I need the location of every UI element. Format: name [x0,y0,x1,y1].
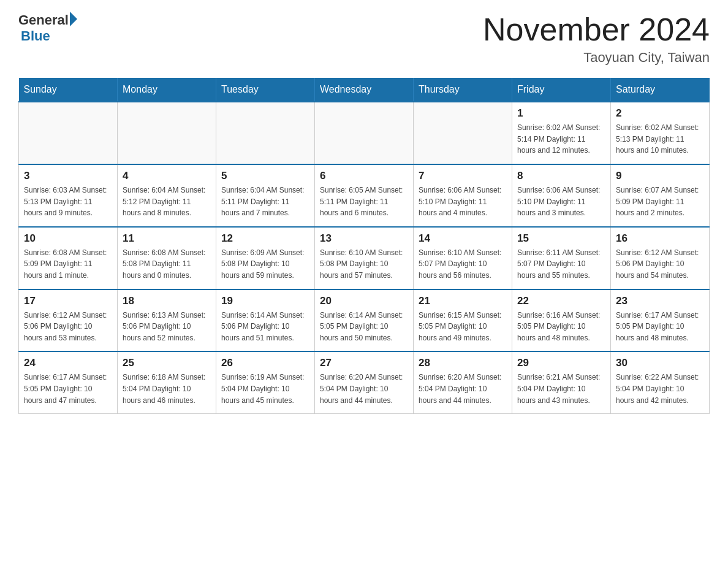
day-info: Sunrise: 6:06 AM Sunset: 5:10 PM Dayligh… [419,185,507,219]
calendar-day-cell: 9Sunrise: 6:07 AM Sunset: 5:09 PM Daylig… [611,164,710,227]
day-number: 2 [616,107,704,120]
calendar-day-cell: 10Sunrise: 6:08 AM Sunset: 5:09 PM Dayli… [19,227,118,289]
day-info: Sunrise: 6:17 AM Sunset: 5:05 PM Dayligh… [616,310,704,344]
day-info: Sunrise: 6:18 AM Sunset: 5:04 PM Dayligh… [123,372,211,406]
calendar-day-cell [315,102,414,164]
calendar-day-cell: 16Sunrise: 6:12 AM Sunset: 5:06 PM Dayli… [611,227,710,289]
day-info: Sunrise: 6:14 AM Sunset: 5:05 PM Dayligh… [320,310,408,344]
day-info: Sunrise: 6:16 AM Sunset: 5:05 PM Dayligh… [517,310,605,344]
day-number: 8 [517,170,605,182]
header: General Blue November 2024 Taoyuan City,… [18,12,710,66]
day-info: Sunrise: 6:08 AM Sunset: 5:08 PM Dayligh… [123,247,211,282]
day-number: 1 [517,107,605,120]
calendar-week-row: 10Sunrise: 6:08 AM Sunset: 5:09 PM Dayli… [19,227,710,289]
calendar-day-cell: 24Sunrise: 6:17 AM Sunset: 5:05 PM Dayli… [19,351,118,413]
calendar-week-row: 17Sunrise: 6:12 AM Sunset: 5:06 PM Dayli… [19,289,710,352]
day-info: Sunrise: 6:17 AM Sunset: 5:05 PM Dayligh… [24,372,112,406]
calendar-day-cell: 15Sunrise: 6:11 AM Sunset: 5:07 PM Dayli… [512,227,611,289]
day-info: Sunrise: 6:12 AM Sunset: 5:06 PM Dayligh… [616,247,704,282]
calendar-day-cell: 1Sunrise: 6:02 AM Sunset: 5:14 PM Daylig… [512,102,611,164]
calendar-day-cell: 11Sunrise: 6:08 AM Sunset: 5:08 PM Dayli… [118,227,216,289]
day-number: 24 [24,357,112,369]
day-info: Sunrise: 6:05 AM Sunset: 5:11 PM Dayligh… [320,185,408,219]
day-number: 4 [123,170,211,182]
day-number: 5 [221,170,309,182]
day-number: 30 [616,357,704,369]
day-number: 13 [320,232,408,245]
calendar-day-cell [19,102,118,164]
calendar-day-cell: 2Sunrise: 6:02 AM Sunset: 5:13 PM Daylig… [611,102,710,164]
weekday-header-sunday: Sunday [19,78,118,102]
calendar-day-cell [216,102,315,164]
day-number: 16 [616,232,704,245]
day-number: 28 [419,357,507,369]
weekday-header-monday: Monday [118,78,216,102]
day-number: 3 [24,170,112,182]
day-info: Sunrise: 6:14 AM Sunset: 5:06 PM Dayligh… [221,310,309,344]
calendar-day-cell: 3Sunrise: 6:03 AM Sunset: 5:13 PM Daylig… [19,164,118,227]
calendar-day-cell: 21Sunrise: 6:15 AM Sunset: 5:05 PM Dayli… [414,289,512,352]
calendar-day-cell: 5Sunrise: 6:04 AM Sunset: 5:11 PM Daylig… [216,164,315,227]
calendar-day-cell: 18Sunrise: 6:13 AM Sunset: 5:06 PM Dayli… [118,289,216,352]
day-number: 14 [419,232,507,245]
calendar-day-cell: 23Sunrise: 6:17 AM Sunset: 5:05 PM Dayli… [611,289,710,352]
calendar-day-cell: 17Sunrise: 6:12 AM Sunset: 5:06 PM Dayli… [19,289,118,352]
day-info: Sunrise: 6:13 AM Sunset: 5:06 PM Dayligh… [123,310,211,344]
day-info: Sunrise: 6:21 AM Sunset: 5:04 PM Dayligh… [517,372,605,406]
calendar-day-cell: 13Sunrise: 6:10 AM Sunset: 5:08 PM Dayli… [315,227,414,289]
calendar-day-cell: 28Sunrise: 6:20 AM Sunset: 5:04 PM Dayli… [414,351,512,413]
calendar-day-cell: 22Sunrise: 6:16 AM Sunset: 5:05 PM Dayli… [512,289,611,352]
weekday-header-friday: Friday [512,78,611,102]
calendar-day-cell: 27Sunrise: 6:20 AM Sunset: 5:04 PM Dayli… [315,351,414,413]
day-info: Sunrise: 6:08 AM Sunset: 5:09 PM Dayligh… [24,247,112,282]
day-number: 7 [419,170,507,182]
day-info: Sunrise: 6:10 AM Sunset: 5:07 PM Dayligh… [419,247,507,282]
calendar-day-cell: 12Sunrise: 6:09 AM Sunset: 5:08 PM Dayli… [216,227,315,289]
day-number: 19 [221,295,309,307]
day-number: 27 [320,357,408,369]
day-info: Sunrise: 6:20 AM Sunset: 5:04 PM Dayligh… [419,372,507,406]
day-info: Sunrise: 6:22 AM Sunset: 5:04 PM Dayligh… [616,372,704,406]
day-number: 18 [123,295,211,307]
logo: General Blue [18,12,77,44]
day-number: 29 [517,357,605,369]
day-number: 21 [419,295,507,307]
day-number: 10 [24,232,112,245]
day-number: 6 [320,170,408,182]
logo-general-text: General [18,12,69,28]
calendar-week-row: 3Sunrise: 6:03 AM Sunset: 5:13 PM Daylig… [19,164,710,227]
weekday-header-row: SundayMondayTuesdayWednesdayThursdayFrid… [19,78,710,102]
day-info: Sunrise: 6:15 AM Sunset: 5:05 PM Dayligh… [419,310,507,344]
day-number: 25 [123,357,211,369]
day-number: 9 [616,170,704,182]
weekday-header-tuesday: Tuesday [216,78,315,102]
calendar-day-cell: 26Sunrise: 6:19 AM Sunset: 5:04 PM Dayli… [216,351,315,413]
calendar-day-cell: 19Sunrise: 6:14 AM Sunset: 5:06 PM Dayli… [216,289,315,352]
calendar-week-row: 24Sunrise: 6:17 AM Sunset: 5:05 PM Dayli… [19,351,710,413]
day-info: Sunrise: 6:09 AM Sunset: 5:08 PM Dayligh… [221,247,309,282]
day-info: Sunrise: 6:03 AM Sunset: 5:13 PM Dayligh… [24,185,112,219]
calendar-week-row: 1Sunrise: 6:02 AM Sunset: 5:14 PM Daylig… [19,102,710,164]
calendar-day-cell [118,102,216,164]
month-year-title: November 2024 [483,12,710,47]
weekday-header-wednesday: Wednesday [315,78,414,102]
weekday-header-thursday: Thursday [414,78,512,102]
day-number: 26 [221,357,309,369]
day-info: Sunrise: 6:07 AM Sunset: 5:09 PM Dayligh… [616,185,704,219]
day-info: Sunrise: 6:06 AM Sunset: 5:10 PM Dayligh… [517,185,605,219]
calendar-day-cell: 29Sunrise: 6:21 AM Sunset: 5:04 PM Dayli… [512,351,611,413]
logo-blue-text: Blue [21,28,50,44]
weekday-header-saturday: Saturday [611,78,710,102]
logo-arrow-icon [70,12,77,26]
day-number: 15 [517,232,605,245]
day-number: 23 [616,295,704,307]
calendar-day-cell: 8Sunrise: 6:06 AM Sunset: 5:10 PM Daylig… [512,164,611,227]
calendar-table: SundayMondayTuesdayWednesdayThursdayFrid… [18,78,710,414]
day-number: 12 [221,232,309,245]
day-info: Sunrise: 6:04 AM Sunset: 5:11 PM Dayligh… [221,185,309,219]
day-number: 17 [24,295,112,307]
day-info: Sunrise: 6:02 AM Sunset: 5:14 PM Dayligh… [517,122,605,156]
calendar-day-cell: 6Sunrise: 6:05 AM Sunset: 5:11 PM Daylig… [315,164,414,227]
day-number: 11 [123,232,211,245]
day-info: Sunrise: 6:19 AM Sunset: 5:04 PM Dayligh… [221,372,309,406]
